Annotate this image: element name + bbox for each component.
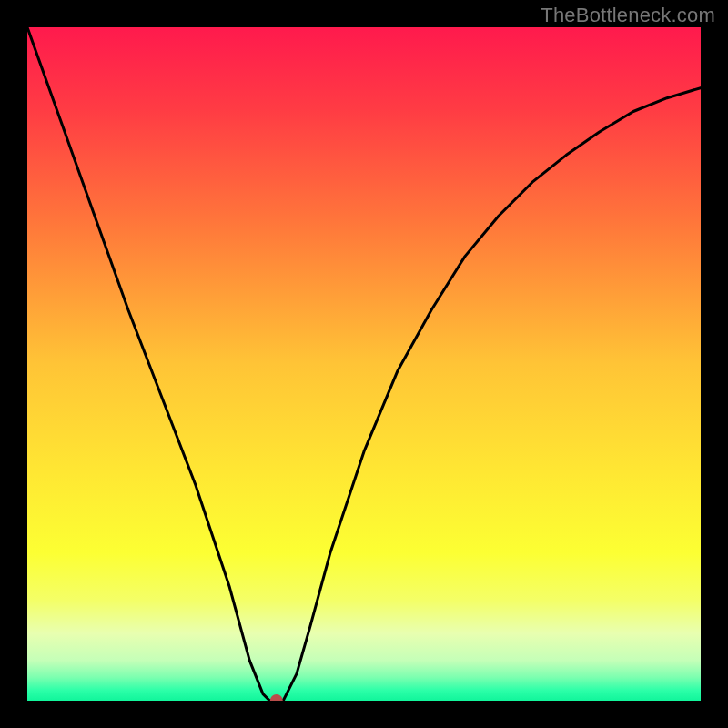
chart-svg	[27, 27, 701, 701]
watermark-text: TheBottleneck.com	[541, 4, 715, 27]
gradient-background	[27, 27, 701, 701]
plot-area	[27, 27, 701, 701]
chart-frame: TheBottleneck.com	[0, 0, 728, 728]
